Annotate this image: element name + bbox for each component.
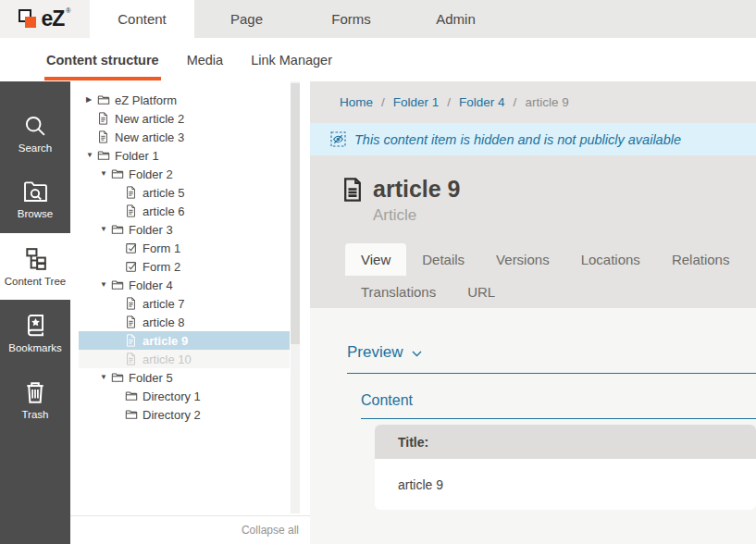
subnav-item-media[interactable]: Media (185, 40, 226, 80)
tree-item-label: article 6 (143, 204, 185, 218)
breadcrumb-separator: / (447, 95, 451, 109)
folder-icon (125, 408, 138, 421)
folder-icon (125, 389, 138, 402)
tree-item-directory-1[interactable]: Directory 1 (79, 387, 290, 405)
tab-details[interactable]: Details (406, 243, 480, 276)
left-sidebar: SearchBrowseContent TreeBookmarksTrash (0, 81, 70, 544)
tree-item-folder-2[interactable]: ▼Folder 2 (79, 165, 290, 183)
breadcrumb-link-home[interactable]: Home (340, 95, 373, 109)
tree-item-label: article 10 (143, 352, 192, 366)
tree-item-article-10[interactable]: article 10 (79, 350, 290, 368)
breadcrumb: Home/Folder 1/Folder 4/article 9 (310, 81, 756, 123)
view-tab-body: Preview Content Title: article 9 (310, 308, 756, 544)
sidebar-item-label: Content Tree (5, 276, 66, 287)
tree-item-folder-1[interactable]: ▼Folder 1 (79, 146, 290, 165)
tab-locations[interactable]: Locations (565, 243, 656, 276)
tree-item-article-9[interactable]: article 9 (79, 331, 290, 350)
article-icon (125, 334, 138, 347)
tab-view[interactable]: View (345, 243, 406, 276)
article-icon (97, 112, 110, 125)
sidebar-item-label: Search (19, 142, 52, 154)
tree-item-ez-platform[interactable]: ▶eZ Platform (79, 91, 290, 109)
tree-item-article-8[interactable]: article 8 (79, 313, 290, 331)
content-tree-panel: ▶eZ PlatformNew article 2New article 3▼F… (70, 81, 310, 544)
collapse-arrow-icon[interactable]: ▼ (100, 220, 111, 239)
tab-versions[interactable]: Versions (480, 243, 565, 276)
subnav-item-content-structure[interactable]: Content structure (44, 40, 161, 80)
tree-item-new-article-3[interactable]: New article 3 (79, 128, 290, 146)
tree-item-directory-2[interactable]: Directory 2 (79, 405, 290, 424)
expand-arrow-icon[interactable]: ▶ (86, 91, 97, 109)
notice-text: This content item is hidden and is not p… (354, 132, 681, 147)
tree-item-article-5[interactable]: article 5 (79, 183, 290, 202)
tree-item-article-7[interactable]: article 7 (79, 294, 290, 313)
top-tab-forms[interactable]: Forms (299, 0, 403, 38)
content-tree: ▶eZ PlatformNew article 2New article 3▼F… (70, 91, 310, 424)
tree-item-label: eZ Platform (115, 93, 177, 107)
top-tab-content[interactable]: Content (90, 0, 194, 38)
sub-nav: Content structureMediaLink Manager (0, 38, 756, 81)
tree-scrollbar-thumb[interactable] (291, 83, 300, 344)
article-icon (125, 186, 138, 199)
top-tab-admin[interactable]: Admin (403, 0, 508, 38)
tree-item-label: New article 3 (115, 130, 184, 144)
sidebar-item-search[interactable]: Search (0, 100, 70, 167)
trash-icon (24, 380, 46, 404)
tree-item-folder-3[interactable]: ▼Folder 3 (79, 220, 290, 239)
content-tab-bar: ViewDetailsVersionsLocationsRelationsTra… (345, 243, 756, 308)
fields-table: Title: article 9 (375, 425, 756, 510)
collapse-arrow-icon[interactable]: ▼ (100, 276, 111, 294)
tree-item-label: article 5 (143, 186, 185, 200)
tree-item-label: New article 2 (115, 112, 184, 126)
preview-section-toggle[interactable]: Preview (347, 343, 756, 374)
folder-icon (97, 149, 110, 162)
tab-url[interactable]: URL (452, 276, 511, 308)
article-icon (341, 177, 364, 203)
ez-logo-text: eZ (41, 6, 64, 31)
sidebar-item-trash[interactable]: Trash (0, 366, 70, 433)
subnav-item-link-manager[interactable]: Link Manager (249, 40, 334, 80)
hidden-content-notice: This content item is hidden and is not p… (310, 123, 756, 155)
folder-icon (111, 223, 124, 236)
collapse-arrow-icon[interactable]: ▼ (100, 368, 111, 387)
ez-logo[interactable]: eZ ® (0, 0, 90, 38)
ez-platform-admin: eZ ® ContentPageFormsAdmin Content struc… (0, 0, 756, 544)
collapse-all-button[interactable]: Collapse all (242, 524, 299, 537)
tree-item-folder-5[interactable]: ▼Folder 5 (79, 368, 290, 387)
top-tab-page[interactable]: Page (194, 0, 299, 38)
tree-item-label: Folder 4 (129, 278, 173, 292)
sidebar-item-content-tree[interactable]: Content Tree (0, 233, 70, 300)
content-type-label: Article (373, 206, 756, 225)
folder-icon (111, 278, 124, 291)
tree-item-form-2[interactable]: Form 2 (79, 257, 290, 276)
sidebar-item-browse[interactable]: Browse (0, 167, 70, 233)
tree-item-label: Folder 1 (115, 149, 159, 163)
sidebar-item-label: Trash (22, 409, 49, 420)
tab-relations[interactable]: Relations (656, 243, 746, 276)
ez-logo-icon (19, 8, 39, 30)
tree-item-label: article 9 (143, 334, 188, 348)
breadcrumb-separator: / (381, 95, 385, 109)
tab-translations[interactable]: Translations (345, 276, 452, 308)
tree-item-label: Form 1 (143, 241, 180, 255)
hidden-eye-icon (330, 131, 346, 147)
sidebar-item-label: Bookmarks (8, 342, 62, 353)
article-icon (125, 315, 138, 328)
tree-item-folder-4[interactable]: ▼Folder 4 (79, 276, 290, 294)
collapse-arrow-icon[interactable]: ▼ (100, 165, 111, 183)
chevron-down-icon (412, 351, 422, 357)
field-value: article 9 (375, 459, 756, 510)
breadcrumb-link-folder-1[interactable]: Folder 1 (393, 95, 440, 109)
content-tree-icon (23, 247, 47, 271)
content-header: article 9 Article ViewDetailsVersionsLoc… (310, 155, 756, 308)
tree-item-form-1[interactable]: Form 1 (79, 239, 290, 257)
collapse-arrow-icon[interactable]: ▼ (86, 146, 97, 165)
tree-footer: Collapse all (70, 515, 310, 544)
breadcrumb-separator: / (514, 95, 517, 109)
tree-item-new-article-2[interactable]: New article 2 (79, 109, 290, 128)
tree-item-article-6[interactable]: article 6 (79, 202, 290, 220)
sidebar-item-bookmarks[interactable]: Bookmarks (0, 300, 70, 366)
field-label: Title: (375, 425, 756, 459)
breadcrumb-link-folder-4[interactable]: Folder 4 (459, 95, 505, 109)
breadcrumb-current: article 9 (525, 95, 568, 109)
